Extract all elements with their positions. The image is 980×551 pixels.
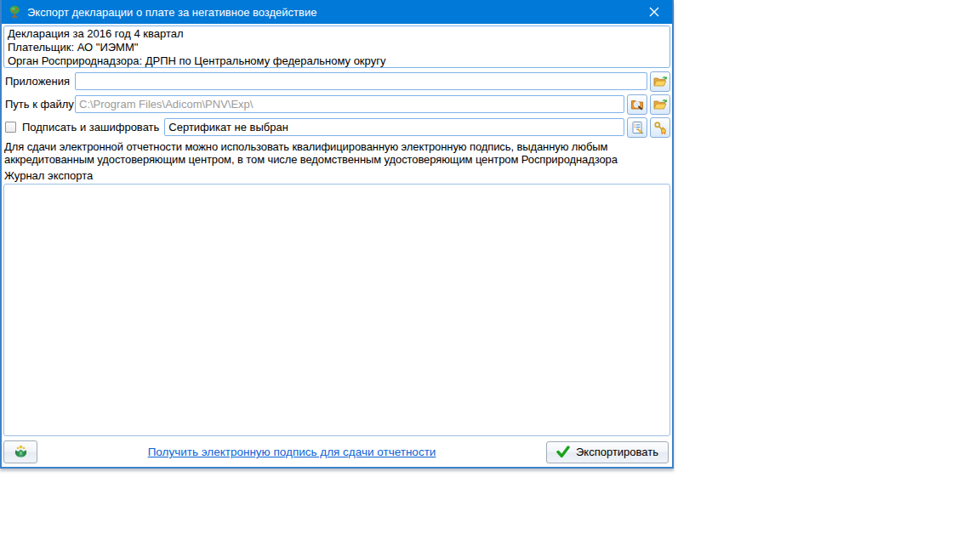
file-path-row: Путь к файлу [3,93,671,116]
green-check-icon [556,446,570,458]
export-button-label: Экспортировать [576,446,658,458]
journal-label: Журнал экспорта [3,166,671,184]
sign-encrypt-label: Подписать и зашифровать [20,121,164,133]
attachments-label: Приложения [3,75,75,88]
declaration-payer: Плательщик: АО "ИЭММ" [8,41,666,54]
browse-folder-button[interactable] [627,94,647,115]
attachments-open-folder-button[interactable] [650,71,670,92]
folder-search-icon [630,98,644,111]
declaration-info-box: Декларация за 2016 год 4 квартал Платель… [3,26,670,68]
tree-icon [8,5,22,19]
rosprirodnadzor-emblem-button[interactable] [3,440,37,463]
declaration-period: Декларация за 2016 год 4 квартал [8,27,666,41]
folder-open-icon [652,75,668,88]
declaration-authority: Орган Росприроднадзора: ДРПН по Централь… [8,54,666,68]
key-certificate-button[interactable] [650,117,670,138]
path-open-folder-button[interactable] [650,94,670,115]
get-signature-link[interactable]: Получить электронную подпись для сдачи о… [148,446,436,458]
dialog-body: Декларация за 2016 год 4 квартал Платель… [2,24,672,467]
sign-encrypt-row: Подписать и зашифровать [3,116,671,139]
titlebar[interactable]: Экспорт декларации о плате за негативное… [2,0,672,24]
certificate-input[interactable] [164,118,624,136]
link-area: Получить электронную подпись для сдачи о… [37,446,546,458]
select-certificate-button[interactable] [627,117,647,138]
file-path-input[interactable] [75,95,624,113]
close-button[interactable] [636,0,672,24]
footer-bar: Получить электронную подпись для сдачи о… [3,436,671,464]
attachments-input[interactable] [75,72,647,90]
folder-open-icon [652,98,668,111]
window-title: Экспорт декларации о плате за негативное… [27,6,636,19]
export-declaration-dialog: Экспорт декларации о плате за негативное… [0,0,674,469]
sign-encrypt-checkbox[interactable] [5,122,16,133]
attachments-row: Приложения [3,70,671,93]
export-journal-log[interactable] [3,184,670,436]
certificate-document-icon [630,121,644,134]
signature-hint: Для сдачи электронной отчетности можно и… [3,139,671,166]
file-path-label: Путь к файлу [3,98,75,111]
rosprirodnadzor-emblem-icon [13,444,29,460]
close-icon [649,7,659,17]
key-certificate-icon [653,121,667,134]
export-button[interactable]: Экспортировать [546,441,669,463]
